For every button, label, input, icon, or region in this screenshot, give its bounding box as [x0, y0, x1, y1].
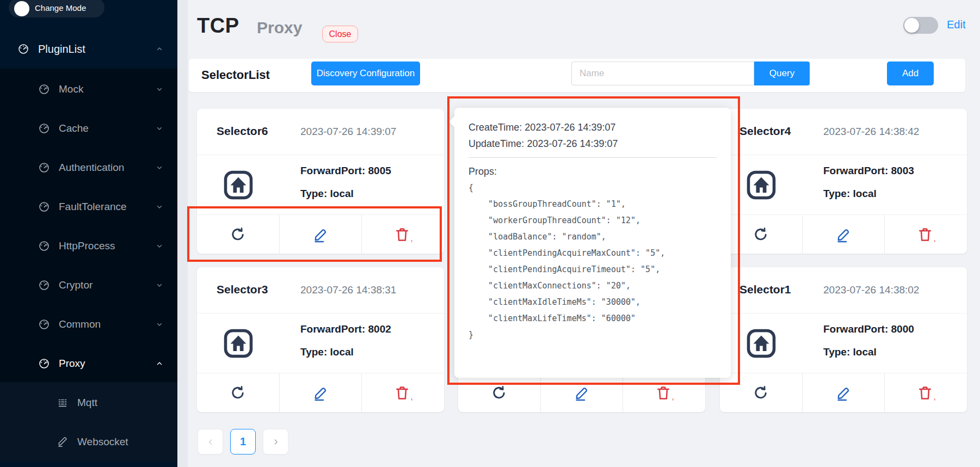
tooltip-props-label: Props: [469, 163, 717, 180]
delete-button[interactable]: , [884, 373, 967, 412]
dashboard-icon [38, 83, 50, 95]
selector-card-selector6: Selector6 2023-07-26 14:39:07 ForwardPor… [197, 109, 444, 254]
close-tag[interactable]: Close [322, 26, 358, 42]
card-actions: , [197, 373, 444, 412]
refresh-icon [230, 226, 246, 243]
grid-icon [57, 397, 69, 409]
change-mode-toggle[interactable]: Change Mode [9, 0, 104, 17]
delete-button[interactable]: , [884, 215, 967, 254]
app-window: Change Mode PluginList Mock Cache Authen… [0, 0, 980, 467]
edit-icon [312, 226, 329, 243]
page-title: TCP [197, 14, 239, 38]
sidebar-item-label: Cryptor [59, 279, 93, 291]
chevron-down-icon [156, 281, 163, 289]
selector-timestamp: 2023-07-26 14:38:02 [823, 284, 919, 296]
change-mode-dot[interactable] [14, 1, 29, 16]
trash-icon [655, 385, 671, 401]
selector-type: Type: local [823, 346, 877, 358]
sidebar-scrollbar[interactable] [177, 0, 188, 467]
sidebar-item-httpprocess[interactable]: HttpProcess [0, 226, 177, 266]
refresh-button[interactable] [720, 215, 802, 254]
sidebar-item-mock[interactable]: Mock [0, 70, 177, 109]
sidebar-item-websocket[interactable]: Websocket [0, 422, 177, 462]
selector-name: Selector6 [217, 125, 268, 138]
discovery-configuration-button[interactable]: Discovery Configuration [311, 62, 420, 85]
selector-forward-port: ForwardPort: 8000 [823, 323, 914, 335]
tooltip-props-json: { "bossGroupThreadCount": "1", "workerGr… [469, 180, 717, 343]
sidebar-item-common[interactable]: Common [0, 305, 177, 344]
sidebar-item-cache[interactable]: Cache [0, 109, 177, 148]
chevron-up-icon [156, 45, 163, 53]
change-mode-label: Change Mode [35, 3, 86, 13]
dashboard-icon [38, 240, 50, 252]
card-header: Selector4 2023-07-26 14:38:42 [720, 109, 967, 155]
home-icon [746, 328, 776, 359]
delete-button[interactable]: , [622, 373, 705, 412]
tooltip-create-time: CreateTime: 2023-07-26 14:39:07 [469, 119, 717, 136]
pagination-prev-button[interactable] [198, 429, 223, 454]
refresh-icon [230, 385, 246, 401]
delete-button[interactable]: , [361, 373, 444, 412]
selector-card-selector4: Selector4 2023-07-26 14:38:42 ForwardPor… [720, 109, 967, 254]
refresh-button[interactable] [458, 373, 540, 412]
query-button[interactable]: Query [754, 62, 810, 85]
page-subtitle: Proxy [257, 19, 302, 37]
sidebar-item-pluginlist[interactable]: PluginList [0, 33, 177, 65]
sidebar: Change Mode PluginList Mock Cache Authen… [0, 0, 177, 467]
name-input[interactable] [571, 62, 754, 85]
edit-button[interactable] [802, 215, 885, 254]
selector-forward-port: ForwardPort: 8002 [300, 323, 391, 335]
sidebar-item-label: Mqtt [77, 397, 97, 409]
sidebar-item-authentication[interactable]: Authentication [0, 148, 177, 187]
pagination-page-1[interactable]: 1 [230, 429, 256, 454]
delete-suffix: , [411, 234, 413, 243]
sidebar-item-label: Cache [59, 122, 89, 134]
sidebar-item-proxy[interactable]: Proxy [0, 344, 177, 383]
edit-button[interactable] [540, 373, 623, 412]
add-button[interactable]: Add [887, 62, 934, 85]
sidebar-item-faulttolerance[interactable]: FaultTolerance [0, 187, 177, 226]
edit-icon [574, 385, 590, 401]
card-actions: , [197, 215, 444, 254]
delete-button[interactable]: , [361, 215, 444, 254]
delete-suffix: , [411, 392, 413, 401]
sidebar-item-label: FaultTolerance [59, 201, 127, 213]
home-icon [223, 170, 254, 200]
chevron-down-icon [156, 164, 163, 171]
sidebar-item-label: Mock [59, 83, 83, 95]
home-icon [746, 170, 776, 200]
card-body: ForwardPort: 8000 Type: local [720, 314, 967, 373]
selector-timestamp: 2023-07-26 14:39:07 [300, 126, 396, 138]
edit-button[interactable] [802, 373, 885, 412]
dashboard-icon [38, 358, 50, 370]
edit-icon [835, 385, 852, 401]
chevron-down-icon [156, 203, 163, 211]
chevron-right-icon [272, 438, 280, 446]
selector-name: Selector3 [217, 283, 268, 296]
tooltip-arrow [449, 116, 460, 127]
refresh-button[interactable] [197, 215, 279, 254]
selector-timestamp: 2023-07-26 14:38:42 [823, 126, 919, 138]
pagination: 1 [198, 429, 288, 454]
card-header: Selector1 2023-07-26 14:38:02 [720, 267, 967, 314]
pagination-next-button[interactable] [263, 429, 288, 454]
edit-button[interactable] [279, 373, 362, 412]
sidebar-item-cryptor[interactable]: Cryptor [0, 266, 177, 305]
refresh-button[interactable] [197, 373, 279, 412]
selector-forward-port: ForwardPort: 8003 [823, 165, 914, 177]
refresh-button[interactable] [720, 373, 802, 412]
chevron-left-icon [206, 438, 215, 446]
selector-list-title: SelectorList [201, 68, 270, 82]
card-header: Selector3 2023-07-26 14:38:31 [197, 267, 444, 314]
card-body: ForwardPort: 8002 Type: local [197, 314, 444, 373]
switch-knob [904, 18, 919, 33]
edit-link[interactable]: Edit [947, 19, 965, 31]
sidebar-item-mqtt[interactable]: Mqtt [0, 383, 177, 422]
selector-card-selector3: Selector3 2023-07-26 14:38:31 ForwardPor… [197, 267, 444, 412]
chevron-up-icon [156, 360, 163, 367]
selector-type: Type: local [300, 188, 354, 200]
dashboard-icon [17, 43, 29, 55]
edit-button[interactable] [279, 215, 362, 254]
chevron-down-icon [156, 85, 163, 93]
edit-toggle-switch[interactable] [903, 17, 938, 34]
